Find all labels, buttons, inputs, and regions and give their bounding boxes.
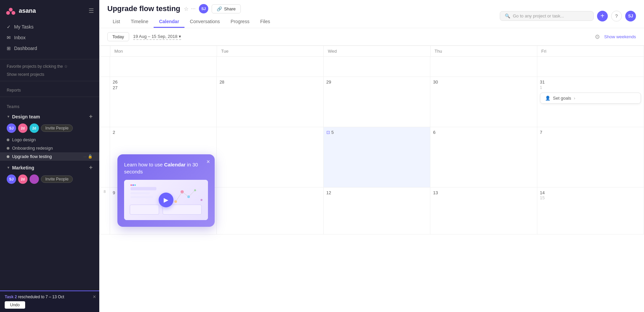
cal-num-27: 27 <box>113 85 214 90</box>
marketing-team-add-btn[interactable]: + <box>89 164 93 171</box>
tab-list[interactable]: List <box>107 16 125 28</box>
svg-point-10 <box>201 199 203 201</box>
tab-progress[interactable]: Progress <box>225 16 255 28</box>
project-title: Upgrade flow testing <box>107 4 180 13</box>
today-button[interactable]: Today <box>107 32 129 41</box>
tab-calendar[interactable]: Calendar <box>154 16 184 28</box>
add-button[interactable]: + <box>597 11 608 21</box>
user-avatar-top-right[interactable]: SJ <box>625 11 636 21</box>
sidebar-item-dashboard[interactable]: ⊞ Dashboard <box>0 43 99 54</box>
set-goals-event[interactable]: 👤 Set goals › <box>540 93 641 104</box>
teams-section: Teams ▼ Design team + SJ 2d 2d Invite Pe… <box>0 100 99 191</box>
notification-close-btn[interactable]: × <box>93 294 96 300</box>
cal-num-14: 14 <box>540 190 641 195</box>
sidebar-item-my-tasks[interactable]: ✓ My Tasks <box>0 21 99 32</box>
help-button[interactable]: ? <box>611 11 622 21</box>
tab-timeline[interactable]: Timeline <box>125 16 154 28</box>
project-actions: ··· 🔒 <box>84 154 93 159</box>
corner-cell <box>100 46 110 57</box>
avatar-2d-pink[interactable]: 2d <box>18 123 28 133</box>
set-goals-arrow-icon: › <box>574 96 575 101</box>
show-recent-projects[interactable]: Show recent projects <box>0 71 99 78</box>
avatar-sj-mkt[interactable]: SJ <box>7 174 16 184</box>
cal-header-tue: Tue <box>217 46 324 57</box>
cal-cell-3-2[interactable]: 12 <box>324 188 430 235</box>
project-lock-icon: 🔒 <box>88 154 93 159</box>
project-logo-design[interactable]: Logo design <box>0 136 99 144</box>
marketing-team-header[interactable]: ▼ Marketing + <box>0 162 99 173</box>
more-icon[interactable]: ··· <box>191 6 196 12</box>
avatar-2d-mkt[interactable]: 2d <box>18 174 28 184</box>
cal-cell-0-0[interactable] <box>110 57 217 77</box>
cal-cell-2-3[interactable]: 6 <box>430 127 537 188</box>
my-tasks-icon: ✓ <box>7 24 11 30</box>
calendar-toolbar-left: Today 19 Aug – 15 Sep, 2018 ▾ <box>107 32 181 41</box>
cal-cell-1-1[interactable]: 28 <box>217 77 323 127</box>
cal-cell-1-3[interactable]: 30 <box>430 77 537 127</box>
star-icon[interactable]: ☆ <box>184 6 189 12</box>
svg-line-11 <box>176 192 182 202</box>
video-thumbnail[interactable]: ▶ <box>124 180 208 220</box>
cal-cell-1-4[interactable]: 31 1 👤 Set goals › <box>537 77 644 127</box>
avatar-sj[interactable]: SJ <box>7 123 16 133</box>
search-icon: 🔍 <box>505 13 510 18</box>
sidebar-toggle-icon[interactable]: ☰ <box>89 7 94 14</box>
cal-cell-0-4[interactable] <box>537 57 644 77</box>
cal-cell-0-3[interactable] <box>430 57 537 77</box>
date-range-picker[interactable]: 19 Aug – 15 Sep, 2018 ▾ <box>133 34 181 40</box>
set-goals-icon: 👤 <box>545 96 550 101</box>
cal-cell-3-1[interactable] <box>217 188 323 235</box>
cal-cell-2-4[interactable]: 7 <box>537 127 644 188</box>
tab-conversations[interactable]: Conversations <box>184 16 225 28</box>
cal-cell-1-0[interactable]: 26 27 <box>110 77 217 127</box>
sidebar-item-inbox[interactable]: ✉ Inbox <box>0 32 99 43</box>
cal-cell-3-4[interactable]: 14 15 <box>537 188 644 235</box>
play-button[interactable]: ▶ <box>159 193 173 207</box>
calendar-settings-icon[interactable]: ⚙ <box>595 33 600 41</box>
cal-cell-0-1[interactable] <box>217 57 323 77</box>
reports-label: Reports <box>0 87 99 94</box>
user-avatar-topbar[interactable]: SJ <box>199 4 208 13</box>
svg-rect-5 <box>130 196 153 198</box>
svg-rect-17 <box>132 185 134 186</box>
tab-files[interactable]: Files <box>255 16 276 28</box>
calendar-toolbar: Today 19 Aug – 15 Sep, 2018 ▾ ⚙ Show wee… <box>99 28 644 46</box>
design-team-add-btn[interactable]: + <box>89 113 93 120</box>
project-upgrade-flow[interactable]: Upgrade flow testing ··· 🔒 <box>0 152 99 161</box>
design-invite-btn[interactable]: Invite People <box>41 124 73 132</box>
set-goals-text: Set goals <box>553 96 571 101</box>
share-button[interactable]: 🔗 Share <box>212 4 241 13</box>
video-popup-close-btn[interactable]: × <box>206 158 210 165</box>
inbox-icon: ✉ <box>7 35 11 40</box>
svg-rect-18 <box>135 185 136 186</box>
avatar-2d-teal[interactable]: 2d <box>30 123 39 133</box>
chevron-down-icon: ▾ <box>179 34 181 39</box>
cal-num-29: 29 <box>326 80 427 85</box>
project-onboarding-redesign[interactable]: Onboarding redesign <box>0 144 99 152</box>
cal-cell-1-2[interactable]: 29 <box>324 77 430 127</box>
cal-side-2 <box>99 127 110 188</box>
show-weekends-btn[interactable]: Show weekends <box>604 34 636 39</box>
design-team-header[interactable]: ▼ Design team + <box>0 111 99 122</box>
cal-cell-2-1[interactable] <box>217 127 323 188</box>
notification-text: Task 2 rescheduled to 7 – 13 Oct <box>5 295 95 299</box>
cal-cell-3-3[interactable]: 13 <box>430 188 537 235</box>
cal-header-mon: Mon <box>110 46 217 57</box>
team-chevron-icon: ▼ <box>7 166 10 169</box>
avatar-purple-mkt[interactable] <box>30 174 39 184</box>
svg-rect-16 <box>130 185 132 186</box>
search-bar[interactable]: 🔍 Go to any project or task... <box>500 11 594 21</box>
cal-num-13: 13 <box>433 190 534 195</box>
notification-message: rescheduled to 7 – 13 Oct <box>17 295 64 299</box>
marketing-invite-btn[interactable]: Invite People <box>41 175 73 183</box>
cal-side-1 <box>99 77 110 127</box>
cal-cell-2-2[interactable]: ⊡ 5 <box>324 127 430 188</box>
undo-button[interactable]: Undo <box>5 301 25 309</box>
team-chevron-icon: ▼ <box>7 115 10 118</box>
project-more-icon[interactable]: ··· <box>84 155 87 159</box>
svg-point-9 <box>174 200 177 203</box>
cal-cell-0-2[interactable] <box>324 57 430 77</box>
share-icon: 🔗 <box>217 6 222 11</box>
svg-point-1 <box>6 11 10 15</box>
svg-point-0 <box>9 8 12 11</box>
